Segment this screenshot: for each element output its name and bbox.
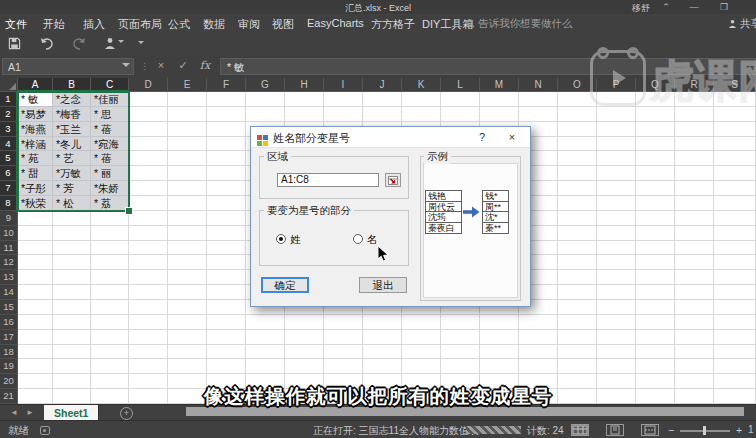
cell-F17[interactable] (207, 330, 246, 345)
column-header-P[interactable]: P (597, 78, 636, 92)
cell-C18[interactable] (91, 345, 129, 360)
cell-L18[interactable] (441, 345, 480, 360)
cell-A2[interactable]: *易梦 (18, 107, 53, 122)
cell-P9[interactable] (597, 211, 636, 226)
cell-Q15[interactable] (636, 300, 675, 315)
cell-B2[interactable]: *梅香 (53, 107, 91, 122)
cell-C16[interactable] (91, 315, 129, 330)
cell-F6[interactable] (207, 166, 246, 181)
cell-E5[interactable] (168, 151, 207, 166)
cell-C1[interactable]: *佳丽 (91, 92, 129, 107)
cell-S10[interactable] (714, 226, 756, 241)
cell-S11[interactable] (714, 241, 756, 256)
cell-F2[interactable] (207, 107, 246, 122)
cell-A10[interactable] (18, 226, 53, 241)
row-header-3[interactable]: 3 (0, 122, 18, 137)
cell-K18[interactable] (402, 345, 441, 360)
cell-O4[interactable] (558, 137, 597, 152)
cell-C2[interactable]: * 思 (91, 107, 129, 122)
page-break-view-icon[interactable] (641, 424, 659, 436)
cell-N17[interactable] (519, 330, 558, 345)
cell-A14[interactable] (18, 285, 53, 300)
cell-R8[interactable] (675, 196, 714, 211)
cell-C19[interactable] (91, 359, 129, 374)
cell-F7[interactable] (207, 181, 246, 196)
cell-D12[interactable] (129, 255, 168, 270)
row-header-19[interactable]: 19 (0, 359, 18, 374)
cell-B12[interactable] (53, 255, 91, 270)
cell-E3[interactable] (168, 122, 207, 137)
cell-D18[interactable] (129, 345, 168, 360)
cell-A19[interactable] (18, 359, 53, 374)
cell-S8[interactable] (714, 196, 756, 211)
cell-I17[interactable] (324, 330, 363, 345)
cell-P7[interactable] (597, 181, 636, 196)
cell-S5[interactable] (714, 151, 756, 166)
cell-P1[interactable] (597, 92, 636, 107)
cell-O3[interactable] (558, 122, 597, 137)
cell-F16[interactable] (207, 315, 246, 330)
cell-O5[interactable] (558, 151, 597, 166)
cell-E17[interactable] (168, 330, 207, 345)
cell-I16[interactable] (324, 315, 363, 330)
cell-E12[interactable] (168, 255, 207, 270)
ribbon-tab-3[interactable]: 页面布局 (118, 17, 162, 32)
cell-C3[interactable]: * 蓓 (91, 122, 129, 137)
cell-F19[interactable] (207, 359, 246, 374)
cell-S16[interactable] (714, 315, 756, 330)
ribbon-tab-7[interactable]: 视图 (272, 17, 294, 32)
cell-S17[interactable] (714, 330, 756, 345)
row-header-15[interactable]: 15 (0, 300, 18, 315)
cell-O14[interactable] (558, 285, 597, 300)
cell-A6[interactable]: * 甜 (18, 166, 53, 181)
column-header-K[interactable]: K (402, 78, 441, 92)
cell-S19[interactable] (714, 359, 756, 374)
cell-B6[interactable]: *万敏 (53, 166, 91, 181)
cancel-entry-icon[interactable]: × (152, 59, 170, 71)
cell-P3[interactable] (597, 122, 636, 137)
cell-E2[interactable] (168, 107, 207, 122)
cell-F1[interactable] (207, 92, 246, 107)
cell-A5[interactable]: * 苑 (18, 151, 53, 166)
cell-C5[interactable]: * 蓓 (91, 151, 129, 166)
cell-G2[interactable] (246, 107, 285, 122)
cell-Q17[interactable] (636, 330, 675, 345)
cell-A13[interactable] (18, 270, 53, 285)
cell-P14[interactable] (597, 285, 636, 300)
cell-A7[interactable]: *子彤 (18, 181, 53, 196)
zoom-slider-thumb[interactable] (703, 426, 706, 435)
cell-J1[interactable] (363, 92, 402, 107)
cell-K16[interactable] (402, 315, 441, 330)
cell-G19[interactable] (246, 359, 285, 374)
cell-Q12[interactable] (636, 255, 675, 270)
cell-E13[interactable] (168, 270, 207, 285)
cell-G18[interactable] (246, 345, 285, 360)
cell-L17[interactable] (441, 330, 480, 345)
column-header-J[interactable]: J (363, 78, 402, 92)
cell-J17[interactable] (363, 330, 402, 345)
save-icon[interactable] (8, 36, 26, 51)
cell-A12[interactable] (18, 255, 53, 270)
cell-D7[interactable] (129, 181, 168, 196)
cell-S3[interactable] (714, 122, 756, 137)
insert-function-icon[interactable]: fx (196, 59, 214, 72)
cell-O8[interactable] (558, 196, 597, 211)
row-header-10[interactable]: 10 (0, 226, 18, 241)
cell-C4[interactable]: *宛海 (91, 137, 129, 152)
cell-K19[interactable] (402, 359, 441, 374)
column-header-M[interactable]: M (480, 78, 519, 92)
cell-A9[interactable] (18, 211, 53, 226)
row-header-11[interactable]: 11 (0, 241, 18, 256)
confirm-entry-icon[interactable]: ✓ (174, 59, 192, 72)
cell-G16[interactable] (246, 315, 285, 330)
cell-R2[interactable] (675, 107, 714, 122)
cell-B3[interactable]: *玉兰 (53, 122, 91, 137)
cell-Q5[interactable] (636, 151, 675, 166)
cell-N16[interactable] (519, 315, 558, 330)
cell-S18[interactable] (714, 345, 756, 360)
cell-B19[interactable] (53, 359, 91, 374)
cell-E7[interactable] (168, 181, 207, 196)
row-header-5[interactable]: 5 (0, 151, 18, 166)
cell-E8[interactable] (168, 196, 207, 211)
cell-O9[interactable] (558, 211, 597, 226)
